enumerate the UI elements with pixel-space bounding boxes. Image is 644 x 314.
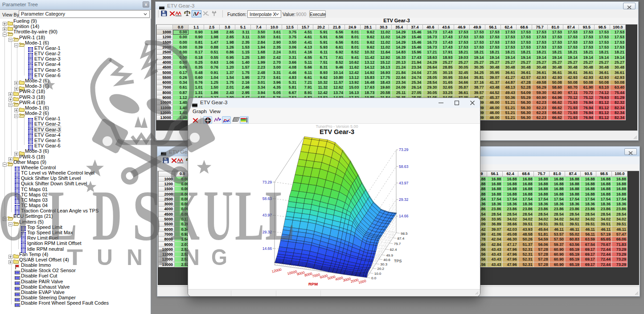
svg-text:75.7: 75.7 (394, 242, 401, 246)
svg-text:29.32: 29.32 (399, 197, 409, 202)
svg-text:14.66: 14.66 (263, 246, 272, 251)
svg-text:1000: 1000 (358, 279, 367, 285)
svg-text:TPS: TPS (394, 259, 402, 263)
svg-text:29.32: 29.32 (263, 230, 272, 234)
svg-text:58.63: 58.63 (263, 196, 272, 201)
svg-text:40.6: 40.6 (383, 258, 390, 262)
svg-text:14.66: 14.66 (399, 214, 409, 218)
svg-text:62.4: 62.4 (390, 248, 397, 252)
svg-text:87.4: 87.4 (398, 237, 405, 241)
svg-text:43.97: 43.97 (263, 213, 272, 217)
svg-text:58.63: 58.63 (399, 164, 409, 169)
svg-text:20.2: 20.2 (377, 267, 385, 271)
svg-text:ETV Gear-3: ETV Gear-3 (320, 128, 354, 135)
svg-text:0.0: 0.0 (371, 276, 377, 280)
svg-text:A: A (193, 11, 197, 17)
svg-text:10.0: 10.0 (374, 272, 381, 276)
svg-text:73.29: 73.29 (263, 180, 272, 184)
svg-text:RPM: RPM (308, 281, 318, 286)
svg-text:43.97: 43.97 (399, 181, 409, 185)
svg-text:30.3: 30.3 (380, 262, 387, 266)
svg-text:98.5: 98.5 (401, 232, 408, 236)
svg-text:49.9: 49.9 (386, 253, 393, 257)
svg-text:12000: 12000 (271, 267, 282, 273)
svg-text:73.29: 73.29 (399, 147, 409, 152)
